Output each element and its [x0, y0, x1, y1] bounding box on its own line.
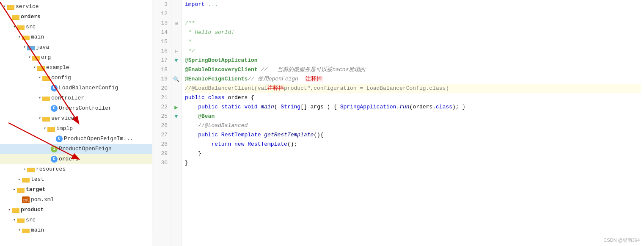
tree-label: main — [31, 226, 44, 235]
tree-label: LoadBalancerConfig — [59, 83, 118, 93]
tree-item-java[interactable]: ▾ java — [0, 42, 152, 53]
file-icon-c: C — [51, 105, 58, 112]
tree-item-product[interactable]: ▾ product — [0, 205, 152, 215]
tree-label: resources — [36, 165, 66, 174]
tree-item-orders[interactable]: ▾ orders — [0, 12, 152, 22]
folder-icon-blue — [27, 44, 35, 50]
line-num: 25 — [156, 112, 168, 121]
tree-item-orderscontroller[interactable]: C OrdersController — [0, 103, 152, 113]
tree-item-productopenFeignImpl[interactable]: C ProductOpenFeignIm... — [0, 134, 152, 144]
tree-arrow[interactable]: ▾ — [32, 63, 37, 72]
tree-item-pom-xml[interactable]: xml pom.xml — [0, 195, 152, 205]
tree-arrow[interactable]: ▾ — [42, 124, 47, 133]
folder-icon — [47, 126, 55, 132]
folder-icon — [12, 14, 19, 20]
tree-arrow[interactable]: ▾ — [12, 216, 17, 225]
tree-arrow[interactable]: ▾ — [37, 73, 42, 83]
svg-rect-36 — [22, 229, 30, 233]
tree-arrow[interactable]: ▾ — [7, 12, 12, 22]
code-line-3: import ... — [185, 0, 641, 9]
gutter-search-icon[interactable]: 🔍 — [171, 75, 181, 84]
tree-item-src[interactable]: ▾ src — [0, 22, 152, 32]
gutter-item — [171, 130, 181, 140]
line-num: 17 — [156, 56, 168, 65]
tree-arrow[interactable]: ▾ — [22, 43, 27, 52]
svg-rect-28 — [17, 188, 25, 192]
code-line-21: public class orders { — [185, 93, 641, 102]
folder-icon — [22, 177, 30, 182]
code-content[interactable]: import ... /** * Hello world! * */ @Spri… — [182, 0, 644, 246]
line-num: 26 — [156, 121, 168, 130]
code-line-20: //@LoadBalancerClient(val注释掉product",con… — [185, 84, 641, 93]
tree-item-resources[interactable]: ▸ resources — [0, 164, 152, 174]
svg-rect-2 — [7, 5, 14, 9]
tree-item-service-dir[interactable]: ▾ service — [0, 113, 152, 124]
tree-arrow[interactable]: ▾ — [37, 114, 42, 123]
tree-item-org[interactable]: ▾ org — [0, 53, 152, 63]
folder-icon — [42, 95, 50, 101]
line-num: 27 — [156, 130, 168, 140]
tree-arrow[interactable]: ▸ — [17, 175, 22, 184]
code-line-15: * — [185, 37, 641, 47]
svg-rect-16 — [42, 76, 50, 80]
line-numbers: 3 12 13 14 15 16 17 18 19 20 21 22 25 26… — [152, 0, 171, 246]
code-line-28: return new RestTemplate(); — [185, 140, 641, 149]
code-line-16: */ — [185, 47, 641, 56]
tree-item-product-src[interactable]: ▾ src — [0, 215, 152, 225]
tree-label: java — [36, 43, 49, 52]
gutter-annotation-icon[interactable]: ▼ — [171, 56, 181, 65]
line-num: 22 — [156, 102, 168, 112]
gutter-fold-end[interactable]: ⊢ — [171, 47, 181, 56]
tree-arrow[interactable]: ▾ — [12, 22, 17, 32]
tree-arrow[interactable]: ▾ — [2, 2, 7, 11]
tree-arrow[interactable]: ▸ — [22, 165, 27, 174]
tree-item-implp[interactable]: ▾ implp — [0, 124, 152, 134]
gutter-play-icon[interactable]: ▶ — [171, 102, 181, 112]
code-editor: 3 12 13 14 15 16 17 18 19 20 21 22 25 26… — [152, 0, 644, 246]
tree-label: src — [26, 216, 36, 225]
tree-item-main[interactable]: ▾ main — [0, 32, 152, 42]
svg-rect-14 — [37, 66, 45, 70]
tree-arrow[interactable]: ▾ — [27, 53, 32, 62]
gutter: ⊟ ⊢ ▼ 🔍 ▶ ▼ — [171, 0, 182, 246]
tree-label: ProductOpenFeign — [59, 144, 112, 154]
tree-item-controller[interactable]: ▾ controller — [0, 93, 152, 103]
tree-item-service-root[interactable]: ▾ service — [0, 2, 152, 12]
gutter-annotation-icon2[interactable]: ▼ — [171, 112, 181, 121]
tree-item-productopenfeign[interactable]: I ProductOpenFeign — [0, 144, 152, 154]
tree-item-test[interactable]: ▸ test — [0, 174, 152, 185]
tree-item-product-main[interactable]: ▾ main — [0, 225, 152, 235]
tree-arrow[interactable]: ▾ — [17, 226, 22, 235]
tree-arrow[interactable]: ▸ — [12, 185, 17, 194]
folder-icon — [42, 116, 50, 122]
svg-rect-22 — [47, 127, 55, 131]
tree-item-config[interactable]: ▾ config — [0, 73, 152, 83]
svg-rect-10 — [27, 46, 35, 50]
code-line-18: @EnableDiscoveryClient // 当前的微服务是可以被naco… — [185, 65, 641, 75]
tree-arrow[interactable]: ▾ — [17, 33, 22, 42]
gutter-item — [171, 9, 181, 19]
code-area: 3 12 13 14 15 16 17 18 19 20 21 22 25 26… — [152, 0, 644, 246]
tree-item-orders-class[interactable]: C orders — [0, 154, 152, 164]
gutter-item — [171, 140, 181, 149]
folder-icon — [12, 207, 19, 213]
tree-label: implp — [56, 124, 73, 133]
tree-arrow[interactable]: ▾ — [7, 205, 12, 215]
code-line-26: //@LoadBalanced — [185, 121, 641, 130]
tree-label: pom.xml — [31, 195, 54, 205]
line-num: 13 — [156, 19, 168, 28]
code-line-13: /** — [185, 19, 641, 28]
tree-arrow[interactable]: ▾ — [37, 94, 42, 103]
tree-item-example[interactable]: ▾ example — [0, 63, 152, 73]
tree-item-loadbalancerconfig[interactable]: C LoadBalancerConfig — [0, 83, 152, 93]
folder-icon — [7, 4, 14, 10]
tree-label: orders — [21, 12, 41, 22]
gutter-item — [171, 65, 181, 75]
tree-item-target[interactable]: ▸ target — [0, 185, 152, 195]
code-line-14: * Hello world! — [185, 28, 641, 37]
line-num: 30 — [156, 158, 168, 168]
file-icon-i: I — [51, 146, 58, 152]
code-line-19: @EnableFeignClients// 使用openFeign 注释掉 — [185, 75, 641, 84]
tree-label: target — [26, 185, 46, 194]
gutter-fold-icon[interactable]: ⊟ — [171, 19, 181, 28]
